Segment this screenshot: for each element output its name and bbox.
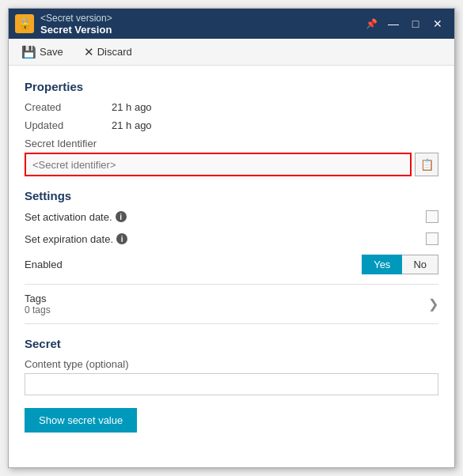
secret-section: Secret Content type (optional) Show secr…	[25, 337, 438, 433]
created-value: 21 h ago	[112, 101, 152, 113]
save-label: Save	[40, 46, 63, 58]
settings-title: Settings	[25, 189, 438, 202]
activation-label: Set activation date. i	[25, 211, 419, 223]
content-area: Properties Created 21 h ago Updated 21 h…	[9, 66, 454, 467]
title-bar-left: 🔒 <Secret version> Secret Version	[15, 13, 112, 36]
activation-row: Set activation date. i	[25, 210, 438, 223]
enabled-row: Enabled Yes No	[25, 255, 438, 274]
expiration-checkbox[interactable]	[426, 232, 438, 245]
lock-icon: 🔒	[18, 17, 32, 30]
secret-identifier-label: Secret Identifier	[25, 138, 438, 149]
tags-title: Tags	[25, 293, 51, 304]
main-window: 🔒 <Secret version> Secret Version 📌 — □ …	[8, 8, 455, 468]
created-label: Created	[25, 101, 112, 113]
window-controls: 📌 — □ ✕	[361, 13, 448, 34]
copy-icon: 📋	[420, 158, 434, 171]
created-row: Created 21 h ago	[25, 101, 438, 113]
window-subtitle: Secret Version	[40, 24, 112, 36]
maximize-button[interactable]: □	[405, 13, 426, 34]
tags-row[interactable]: Tags 0 tags ❯	[25, 284, 438, 324]
expiration-info-icon[interactable]: i	[116, 233, 127, 244]
tags-count: 0 tags	[25, 304, 51, 315]
copy-identifier-button[interactable]: 📋	[415, 153, 438, 176]
enabled-label: Enabled	[25, 259, 355, 270]
expiration-row: Set expiration date. i	[25, 232, 438, 245]
save-icon: 💾	[21, 45, 36, 59]
updated-label: Updated	[25, 119, 112, 131]
tags-chevron-icon: ❯	[428, 297, 438, 312]
tags-info: Tags 0 tags	[25, 293, 51, 315]
discard-label: Discard	[97, 46, 132, 58]
no-toggle-button[interactable]: No	[402, 255, 438, 274]
show-secret-button[interactable]: Show secret value	[25, 408, 137, 433]
properties-title: Properties	[25, 80, 438, 93]
title-bar: 🔒 <Secret version> Secret Version 📌 — □ …	[9, 9, 454, 39]
pin-button[interactable]: 📌	[361, 13, 381, 34]
activation-checkbox[interactable]	[426, 210, 438, 223]
enabled-toggle: Yes No	[362, 255, 438, 274]
expiration-label: Set expiration date. i	[25, 233, 419, 245]
content-type-label: Content type (optional)	[25, 358, 438, 370]
activation-info-icon[interactable]: i	[116, 211, 127, 222]
yes-toggle-button[interactable]: Yes	[362, 255, 402, 274]
window-icon: 🔒	[15, 14, 34, 33]
discard-icon: ✕	[84, 45, 94, 59]
updated-value: 21 h ago	[112, 119, 152, 131]
minimize-button[interactable]: —	[383, 13, 404, 34]
updated-row: Updated 21 h ago	[25, 119, 438, 131]
secret-identifier-input[interactable]	[25, 153, 412, 176]
window-title-placeholder: <Secret version>	[40, 13, 112, 24]
settings-section: Settings Set activation date. i Set expi…	[25, 189, 438, 274]
toolbar: 💾 Save ✕ Discard	[9, 39, 454, 66]
title-text: <Secret version> Secret Version	[40, 13, 112, 36]
save-button[interactable]: 💾 Save	[17, 43, 68, 62]
secret-identifier-row: 📋	[25, 153, 438, 176]
close-button[interactable]: ✕	[427, 13, 448, 34]
content-type-input[interactable]	[25, 373, 438, 395]
discard-button[interactable]: ✕ Discard	[79, 43, 137, 62]
properties-section: Properties Created 21 h ago Updated 21 h…	[25, 80, 438, 176]
secret-section-title: Secret	[25, 337, 438, 350]
